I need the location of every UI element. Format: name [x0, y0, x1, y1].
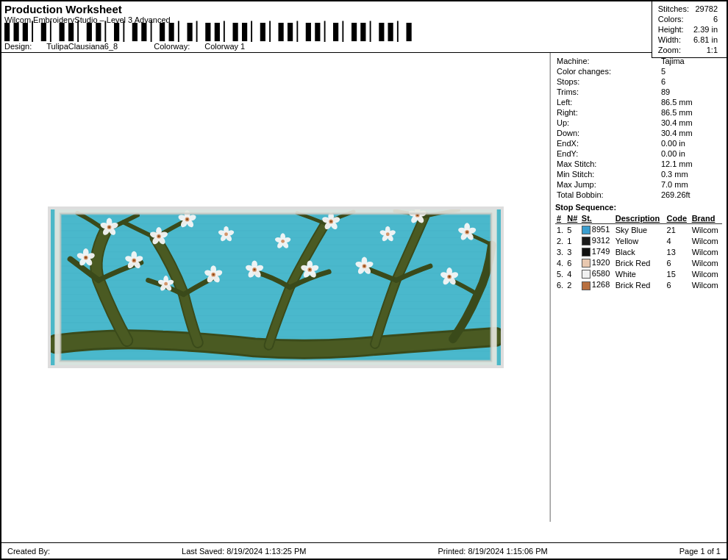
seq-row: 6. 2 1268 Brick Red 6 Wilcom [555, 279, 722, 290]
color-swatch [582, 259, 590, 268]
seq-num: 2. [555, 235, 565, 246]
svg-point-84 [329, 220, 332, 223]
svg-point-56 [186, 218, 188, 220]
machine-info-row: Right:86.5 mm [555, 107, 722, 118]
seq-n: 2 [565, 279, 580, 290]
machine-info-row: Left:86.5 mm [555, 97, 722, 107]
seq-row: 1. 5 8951 Sky Blue 21 Wilcom [555, 224, 722, 236]
seq-num: 3. [555, 246, 565, 257]
info-value: 86.5 mm [660, 107, 722, 118]
seq-num: 1. [555, 224, 565, 236]
svg-point-70 [253, 268, 255, 270]
seq-swatch-cell: 1920 [580, 257, 614, 268]
color-swatch [582, 281, 590, 290]
seq-swatch-cell: 1749 [580, 246, 614, 257]
seq-code: 4 [665, 235, 690, 246]
info-value: 89 [660, 87, 722, 97]
height-label: Height: [658, 25, 692, 34]
zoom-label: Zoom: [658, 46, 692, 54]
info-label: Max Stitch: [555, 159, 660, 169]
svg-point-91 [363, 265, 365, 268]
page-number: Page 1 of 1 [679, 547, 721, 556]
color-swatch [582, 237, 590, 245]
seq-header: Description [614, 213, 665, 224]
seq-brand: Wilcom [690, 235, 722, 246]
svg-point-49 [157, 235, 160, 237]
seq-desc: White [614, 268, 665, 279]
info-label: EndX: [555, 138, 660, 148]
seq-swatch-cell: 9312 [580, 235, 614, 246]
info-label: Machine: [555, 56, 660, 66]
design-label: Design: [4, 42, 32, 51]
machine-info-row: Max Jump:7.0 mm [555, 179, 722, 190]
created-by: Created By: [7, 547, 50, 556]
machine-info-row: Total Bobbin:269.26ft [555, 190, 722, 200]
footer: Created By: Last Saved: 8/19/2024 1:13:2… [1, 542, 727, 559]
stitches-value: 29782 [693, 4, 721, 13]
seq-brand: Wilcom [690, 257, 722, 268]
info-label: Total Bobbin: [555, 190, 660, 200]
svg-point-112 [465, 231, 468, 233]
seq-code: 15 [665, 268, 690, 279]
info-value: 12.1 mm [660, 159, 722, 169]
machine-info-row: Stops:6 [555, 76, 722, 87]
info-value: 0.3 mm [660, 169, 722, 179]
seq-row: 3. 3 1749 Black 13 Wilcom [555, 246, 722, 257]
colorway-label: Colorway: [154, 42, 190, 51]
seq-n: 6 [565, 257, 580, 268]
seq-swatch-cell: 8951 [580, 224, 614, 236]
seq-header: Code [665, 213, 690, 224]
color-swatch [582, 226, 590, 234]
info-value: 86.5 mm [660, 97, 722, 107]
info-label: Left: [555, 97, 660, 107]
stop-sequence-title: Stop Sequence: [555, 203, 722, 212]
design-value: TulipaClausiana6_8 [46, 42, 118, 51]
machine-info-row: EndY:0.00 in [555, 148, 722, 159]
info-label: Stops: [555, 76, 660, 87]
width-value: 6.81 in [693, 35, 721, 44]
machine-info-table: Machine:TajimaColor changes:5Stops:6Trim… [555, 56, 722, 200]
info-label: Max Jump: [555, 179, 660, 190]
seq-desc: Brick Red [614, 257, 665, 268]
info-value: 269.26ft [660, 190, 722, 200]
info-value: 30.4 mm [660, 128, 722, 138]
header-meta: Design: TulipaClausiana6_8 Colorway: Col… [4, 42, 724, 51]
seq-row: 2. 1 9312 Yellow 4 Wilcom [555, 235, 722, 246]
info-label: Up: [555, 118, 660, 128]
seq-n: 4 [565, 268, 580, 279]
seq-header: Brand [690, 213, 722, 224]
info-value: 6 [660, 76, 722, 87]
seq-row: 5. 4 6580 White 15 Wilcom [555, 268, 722, 279]
colorway-value: Colorway 1 [204, 42, 245, 51]
svg-point-63 [212, 273, 214, 276]
seq-n: 1 [565, 235, 580, 246]
seq-code: 6 [665, 257, 690, 268]
info-value: 0.00 in [660, 138, 722, 148]
color-swatch [582, 248, 590, 256]
info-value: 0.00 in [660, 148, 722, 159]
seq-brand: Wilcom [690, 246, 722, 257]
seq-n: 3 [565, 246, 580, 257]
seq-brand: Wilcom [690, 279, 722, 290]
svg-point-136 [385, 232, 389, 236]
machine-info-row: EndX:0.00 in [555, 138, 722, 148]
header: Production Worksheet Wilcom EmbroiderySt… [1, 1, 727, 53]
seq-num: 4. [555, 257, 565, 268]
colors-label: Colors: [658, 15, 692, 24]
page-title: Production Worksheet [4, 3, 724, 15]
info-label: Trims: [555, 87, 660, 97]
svg-point-28 [108, 226, 110, 229]
seq-header: N# [565, 213, 580, 224]
info-label: Down: [555, 128, 660, 138]
seq-desc: Brick Red [614, 279, 665, 290]
color-swatch [582, 270, 590, 279]
barcode: ▌▌▌▏▌▏▌▌▏▌▌▏▌▏▌▌▏▌▌▏▌▏▌▌▏▌▌▏▌▏▌▌▏▌▌▏▌▏▌▌… [4, 24, 724, 42]
info-value: 7.0 mm [660, 179, 722, 190]
seq-code: 21 [665, 224, 690, 236]
seq-num: 6. [555, 279, 565, 290]
seq-desc: Black [614, 246, 665, 257]
svg-point-105 [448, 276, 450, 278]
stitches-label: Stitches: [658, 4, 692, 13]
svg-point-118 [164, 282, 168, 286]
svg-point-77 [308, 268, 310, 270]
